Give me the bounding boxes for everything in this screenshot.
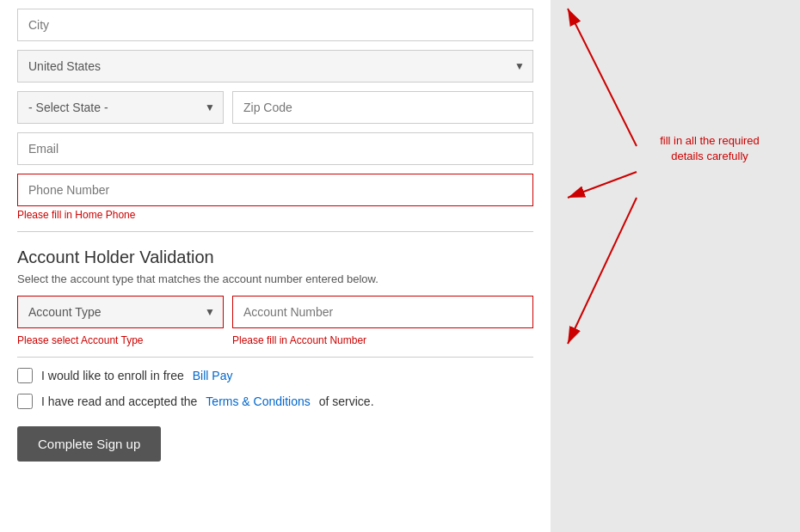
account-number-error-message: Please fill in Account Number — [232, 334, 533, 346]
email-group — [17, 132, 533, 165]
terms-link[interactable]: Terms & Conditions — [206, 394, 310, 408]
right-panel: fill in all the required details careful… — [551, 0, 800, 532]
zip-input[interactable] — [232, 91, 533, 124]
svg-line-3 — [568, 172, 637, 198]
city-input[interactable] — [17, 9, 533, 41]
section-divider-1 — [17, 231, 533, 232]
section-divider-2 — [17, 357, 533, 358]
bill-pay-label: I would like to enroll in free — [41, 369, 184, 382]
terms-label-after: of service. — [319, 394, 374, 408]
account-number-input[interactable] — [232, 296, 533, 328]
phone-input[interactable] — [17, 174, 533, 206]
bill-pay-link[interactable]: Bill Pay — [193, 369, 233, 382]
account-type-error-col: Please select Account Type — [17, 332, 224, 346]
svg-line-2 — [568, 9, 637, 146]
country-group: United States ▼ — [17, 50, 533, 83]
country-select-wrapper: United States ▼ — [17, 50, 533, 83]
arrows-svg — [551, 0, 800, 532]
country-select[interactable]: United States — [17, 50, 533, 83]
account-type-wrapper: Account Type ▼ — [17, 296, 224, 328]
account-errors-row: Please select Account Type Please fill i… — [17, 332, 533, 346]
terms-row: I have read and accepted the Terms & Con… — [17, 394, 533, 409]
state-select[interactable]: - Select State - — [17, 91, 224, 124]
account-fields-row: Account Type ▼ — [17, 296, 533, 328]
account-section-title: Account Holder Validation — [17, 248, 533, 267]
submit-button[interactable]: Complete Sign up — [17, 426, 161, 462]
phone-error-message: Please fill in Home Phone — [17, 209, 533, 221]
bill-pay-checkbox[interactable] — [17, 368, 33, 383]
state-zip-row: - Select State - ▼ — [17, 91, 533, 124]
city-group — [17, 9, 533, 41]
phone-group: Please fill in Home Phone — [17, 174, 533, 221]
account-type-error-message: Please select Account Type — [17, 334, 224, 346]
account-number-error-col: Please fill in Account Number — [232, 332, 533, 346]
terms-label-before: I have read and accepted the — [41, 394, 197, 408]
svg-line-4 — [568, 198, 637, 344]
annotation-text: fill in all the required details careful… — [645, 133, 774, 164]
email-input[interactable] — [17, 132, 533, 165]
bill-pay-row: I would like to enroll in free Bill Pay — [17, 368, 533, 383]
form-container: United States ▼ - Select State - ▼ Pleas… — [0, 0, 551, 532]
state-select-wrapper: - Select State - ▼ — [17, 91, 224, 124]
account-section-desc: Select the account type that matches the… — [17, 272, 533, 285]
account-type-select[interactable]: Account Type — [17, 296, 224, 328]
terms-checkbox[interactable] — [17, 394, 33, 409]
